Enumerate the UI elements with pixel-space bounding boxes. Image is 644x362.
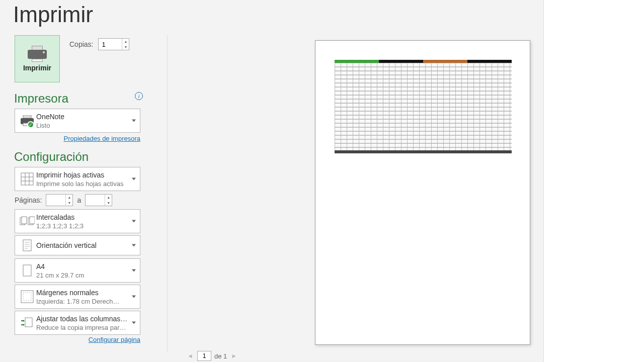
printer-name: OneNote (36, 113, 129, 121)
chevron-down-icon (132, 178, 136, 180)
svg-rect-5 (22, 217, 27, 224)
copies-group: Copias: ▲ ▼ (69, 38, 129, 50)
down-icon[interactable]: ▼ (105, 200, 112, 206)
paper-icon (22, 264, 32, 277)
margins-sub: Izquierda: 1.78 cm Derech… (36, 298, 129, 305)
chevron-down-icon (132, 220, 136, 223)
paper-title: A4 (36, 262, 129, 270)
up-icon[interactable]: ▲ (105, 195, 112, 200)
orientation-title: Orientación vertical (36, 241, 129, 249)
preview-content (335, 60, 512, 153)
pages-label: Páginas: (15, 196, 42, 204)
fit-columns-icon (20, 317, 34, 329)
svg-rect-9 (23, 265, 31, 276)
margins-title: Márgenes normales (36, 289, 129, 297)
copies-spinner[interactable]: ▲ ▼ (98, 38, 129, 50)
page-title: Imprimir (13, 2, 93, 27)
sheet-grid-icon (21, 172, 34, 186)
prev-page-button[interactable]: ◄ (186, 352, 194, 360)
section-heading-config: Configuración (14, 150, 89, 164)
print-what-sub: Imprime solo las hojas activas (36, 180, 129, 188)
print-backstage-panel: Imprimir Imprimir Copias: ▲ ▼ Impresora … (0, 0, 543, 362)
pages-from-input[interactable] (46, 195, 65, 206)
svg-rect-12 (25, 318, 32, 327)
print-what-title: Imprimir hojas activas (36, 171, 129, 179)
print-preview-page (315, 40, 530, 345)
chevron-down-icon (132, 322, 136, 324)
current-page-input[interactable] (197, 351, 211, 361)
preview-grid-body (335, 63, 512, 153)
scaling-sub: Reduce la copia impresa par… (36, 324, 129, 331)
printer-ready-badge-icon: ✓ (27, 121, 34, 128)
pages-sep: a (77, 196, 81, 204)
print-button-label: Imprimir (23, 64, 51, 72)
orientation-selector[interactable]: Orientación vertical (15, 235, 140, 255)
info-icon[interactable]: i (135, 92, 143, 100)
printer-icon (28, 46, 47, 61)
chevron-down-icon (132, 269, 136, 272)
pages-to-spinner[interactable]: ▲▼ (85, 194, 112, 206)
chevron-down-icon (132, 244, 136, 247)
chevron-down-icon (132, 120, 136, 122)
svg-rect-0 (23, 115, 31, 118)
copies-label: Copias: (69, 40, 93, 48)
paper-size-selector[interactable]: A4 21 cm x 29.7 cm (15, 258, 140, 283)
printer-status: Listo (36, 122, 129, 129)
paper-sub: 21 cm x 29.7 cm (36, 272, 129, 279)
up-icon[interactable]: ▲ (66, 195, 72, 200)
pages-from-spinner[interactable]: ▲▼ (46, 194, 73, 206)
margins-selector[interactable]: Márgenes normales Izquierda: 1.78 cm Der… (15, 285, 140, 309)
printer-properties-link[interactable]: Propiedades de impresora (64, 135, 140, 142)
page-of-label: de 1 (214, 352, 227, 360)
printer-selector[interactable]: ✓ OneNote Listo (15, 109, 140, 133)
svg-rect-7 (30, 217, 35, 224)
scaling-title: Ajustar todas las columnas… (36, 315, 129, 323)
page-navigation: ◄ de 1 ► (186, 351, 238, 361)
portrait-page-icon (23, 239, 32, 251)
svg-rect-8 (23, 240, 31, 251)
print-what-selector[interactable]: Imprimir hojas activas Imprime solo las … (15, 167, 140, 191)
collate-sub: 1;2;3 1;2;3 1;2;3 (36, 222, 129, 230)
down-icon[interactable]: ▼ (66, 200, 72, 206)
next-page-button[interactable]: ► (230, 352, 238, 360)
pages-range-group: Páginas: ▲▼ a ▲▼ (15, 194, 140, 206)
svg-rect-3 (21, 173, 33, 185)
print-button[interactable]: Imprimir (15, 35, 60, 82)
copies-up-icon[interactable]: ▲ (122, 39, 129, 44)
collate-title: Intercaladas (36, 213, 129, 221)
collate-icon (20, 216, 35, 226)
copies-input[interactable] (99, 39, 122, 50)
printer-properties-row: Propiedades de impresora (15, 135, 140, 142)
right-gutter (543, 0, 644, 362)
copies-down-icon[interactable]: ▼ (122, 44, 129, 50)
collate-selector[interactable]: Intercaladas 1;2;3 1;2;3 1;2;3 (15, 209, 140, 233)
chevron-down-icon (132, 296, 136, 298)
page-setup-row: Configurar página (15, 336, 140, 343)
section-heading-printer: Impresora (14, 92, 68, 106)
page-setup-link[interactable]: Configurar página (89, 336, 140, 343)
vertical-divider (167, 35, 168, 352)
pages-to-input[interactable] (86, 195, 105, 206)
margins-icon (21, 290, 34, 303)
scaling-selector[interactable]: Ajustar todas las columnas… Reduce la co… (15, 311, 140, 335)
